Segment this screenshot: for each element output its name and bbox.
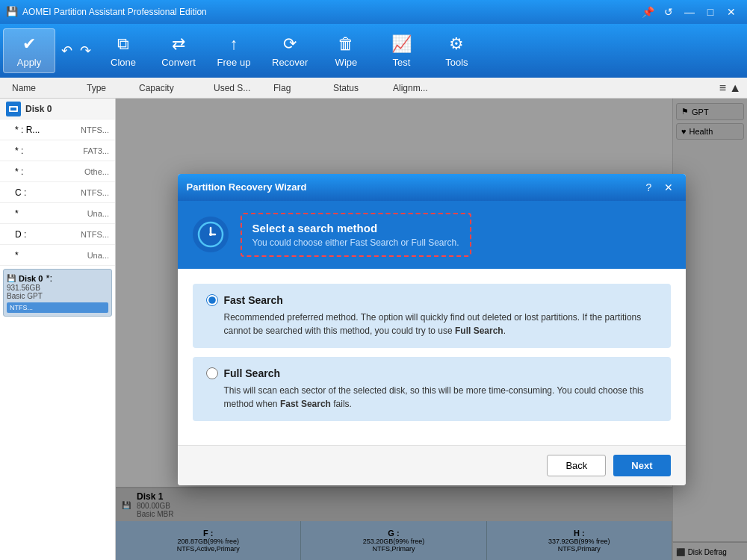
wipe-label: Wipe [335,57,358,68]
column-settings-icon[interactable]: ≡ [719,81,726,95]
clone-label: Clone [111,57,136,68]
recover-button[interactable]: ⟳ Recover [263,28,317,73]
redo-button[interactable]: ↷ [77,40,94,62]
disk0-size-label: 931.56GB [7,284,108,292]
partition-fat-type: FAT3... [83,146,109,155]
disk0-bottom-panel[interactable]: 💾 Disk 0 *: 931.56GB Basic GPT NTFS... [3,269,112,317]
disk0-type-label: Basic GPT [7,292,108,300]
tools-button[interactable]: ⚙ Tools [430,28,483,73]
partition-other[interactable]: * : Othe... [0,161,115,182]
fast-search-text: Fast Search [224,294,283,306]
wizard-icon [193,217,229,252]
partition-r-type: NTFS... [81,125,109,134]
full-search-radio[interactable] [206,367,218,379]
modal-titlebar: Partition Recovery Wizard ? ✕ [178,174,686,201]
partition-c-type: NTFS... [81,188,109,197]
partition-r[interactable]: * : R... NTFS... [0,119,115,140]
fast-search-radio[interactable] [206,294,218,306]
disk0-label: Disk 0 [25,104,52,114]
full-search-desc: This will scan each sector of the select… [206,384,657,411]
partition-other-name: * : [6,167,23,177]
undo-button[interactable]: ↶ [58,40,75,62]
fast-search-option[interactable]: Fast Search Recommended preferred method… [193,284,671,348]
col-status: Status [327,83,387,93]
app-title: AOMEI Partition Assistant Professional E… [22,7,638,17]
tools-icon: ⚙ [449,34,464,54]
recover-label: Recover [272,57,308,68]
modal-footer: Back Next [178,445,686,485]
disk0-bar-label: NTFS... [10,304,33,311]
modal-overlay: Partition Recovery Wizard ? ✕ [116,99,747,560]
partition-d-name: D : [6,229,26,240]
svg-rect-1 [10,108,16,111]
disk0-header[interactable]: Disk 0 [0,99,115,119]
partition-table: Disk 0 * : R... NTFS... * : FAT3... * : … [0,99,116,560]
partition-una2-type: Una... [87,251,109,260]
fast-search-label[interactable]: Fast Search [206,294,657,306]
convert-icon: ⇄ [172,34,185,54]
disk0-panel-name: Disk 0 [19,274,43,283]
tools-label: Tools [445,57,468,68]
partition-unallocated1[interactable]: * Una... [0,203,115,224]
full-search-option[interactable]: Full Search This will scan each sector o… [193,357,671,421]
partition-d[interactable]: D : NTFS... [0,224,115,245]
partition-fat-name: * : [6,146,23,156]
scroll-up-icon[interactable]: ▲ [729,81,741,95]
modal-header-title: Select a search method [252,222,459,234]
col-name: Name [6,83,81,93]
apply-icon: ✔ [22,34,36,54]
partition-unallocated2[interactable]: * Una... [0,245,115,266]
col-used: Used S... [208,83,267,93]
apply-button[interactable]: ✔ Apply [3,28,55,73]
svg-point-5 [209,233,212,236]
pin-button[interactable]: 📌 [638,4,657,19]
next-button[interactable]: Next [613,455,670,476]
wipe-icon: 🗑 [338,34,354,54]
partition-d-type: NTFS... [81,230,109,239]
freeup-icon: ↑ [230,34,238,54]
test-icon: 📈 [391,34,412,54]
modal-body: Fast Search Recommended preferred method… [178,269,686,445]
disk0-bar: NTFS... [7,302,108,313]
partition-fat[interactable]: * : FAT3... [0,140,115,161]
partition-una2-name: * [6,250,19,261]
close-button[interactable]: ✕ [722,4,741,19]
recover-icon: ⟳ [283,34,297,54]
modal-help-button[interactable]: ? [641,179,657,196]
disk0-panel-icon: 💾 [7,274,16,282]
full-search-label[interactable]: Full Search [206,367,657,379]
toolbar: ✔ Apply ↶ ↷ ⧉ Clone ⇄ Convert ↑ Free up … [0,24,747,78]
app-icon: 💾 [6,6,18,18]
col-alignment: Alignm... [387,83,447,93]
refresh-button[interactable]: ↺ [659,4,678,19]
test-label: Test [393,57,411,68]
modal-header-text-box: Select a search method You could choose … [241,213,471,257]
partition-r-name: * : R... [6,125,40,135]
partition-other-type: Othe... [84,167,109,176]
main-area: Disk 0 * : R... NTFS... * : FAT3... * : … [0,99,747,560]
convert-label: Convert [161,57,196,68]
full-search-text: Full Search [224,367,280,379]
wipe-button[interactable]: 🗑 Wipe [320,28,372,73]
col-capacity: Capacity [133,83,208,93]
back-button[interactable]: Back [547,455,606,476]
apply-label: Apply [17,57,42,68]
clone-button[interactable]: ⧉ Clone [97,28,149,73]
partition-c-name: C : [6,187,26,198]
partition-una1-name: * [6,208,19,219]
partition-c[interactable]: C : NTFS... [0,182,115,203]
window-controls: 📌 ↺ — □ ✕ [638,4,741,19]
modal-close-button[interactable]: ✕ [660,179,677,196]
convert-button[interactable]: ⇄ Convert [152,28,205,73]
freeup-button[interactable]: ↑ Free up [208,28,260,73]
disk0-asterisk: *: [46,273,52,284]
minimize-button[interactable]: — [680,4,699,19]
partition-recovery-modal: Partition Recovery Wizard ? ✕ [178,174,686,485]
modal-title: Partition Recovery Wizard [187,181,641,193]
column-headers: Name Type Capacity Used S... Flag Status… [0,78,747,99]
maximize-button[interactable]: □ [701,4,720,19]
title-bar: 💾 AOMEI Partition Assistant Professional… [0,0,747,24]
modal-header-subtitle: You could choose either Fast Search or F… [252,237,459,248]
disk0-icon [6,102,21,116]
test-button[interactable]: 📈 Test [375,28,427,73]
